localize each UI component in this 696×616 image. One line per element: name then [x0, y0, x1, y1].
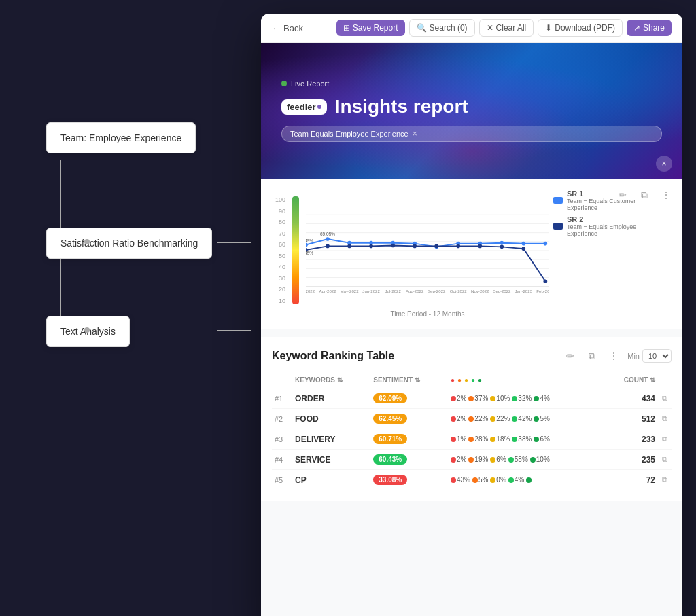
sentiment-badge-cell: 60.43%	[370, 450, 448, 470]
count-cell: 434	[603, 388, 658, 409]
y-axis-labels: 100 90 80 70 60 50 40 30 20 10	[272, 196, 285, 318]
col-count: Count ⇅	[603, 372, 658, 388]
sentiment-badge-cell: 62.09%	[370, 388, 448, 409]
keyword-rank: #1	[272, 388, 292, 409]
chart-more-button[interactable]: ⋮	[658, 187, 674, 203]
flow-right-connector-1	[218, 242, 251, 243]
svg-text:Feb-2023: Feb-2023	[536, 289, 549, 293]
keyword-rank: #5	[272, 470, 292, 490]
sentiment-pcts-cell: 2%37%10%32%4%	[448, 388, 603, 409]
hero-title-row: feedier Insights report	[281, 96, 662, 117]
sentiment-pcts-cell: 43%5%0%4%	[448, 470, 603, 490]
report-panel: ← Back ⊞ Save Report 🔍 Search (0) ✕ Clea…	[261, 14, 682, 616]
live-badge: Live Report	[281, 79, 662, 88]
download-button[interactable]: ⬇ Download (PDF)	[538, 19, 623, 37]
svg-point-24	[391, 244, 395, 248]
flowchart-panel: Team: Employee Experience Satisfaction R…	[14, 122, 265, 462]
count-cell: 512	[603, 409, 658, 429]
share-icon: ↗	[633, 23, 640, 33]
content-area[interactable]: SR 1 Team = Equals Customer Experience S…	[261, 179, 682, 616]
chip-close-icon[interactable]: ×	[413, 129, 417, 139]
flow-top-node[interactable]: Team: Employee Experience	[46, 122, 196, 153]
row-action-button[interactable]: ⧉	[658, 470, 672, 490]
row-action-button[interactable]: ⧉	[658, 429, 672, 450]
chart-copy-button[interactable]: ⧉	[636, 187, 652, 203]
keyword-name: ORDER	[292, 388, 370, 409]
keyword-name: FOOD	[292, 409, 370, 429]
legend-item-sr2: SR 2 Team = Equals Employee Experience	[553, 215, 648, 237]
svg-point-28	[478, 244, 482, 249]
svg-point-27	[456, 244, 460, 249]
col-keywords: KEYWORDS ⇅	[292, 372, 370, 388]
svg-text:57.49%: 57.49%	[306, 238, 313, 243]
chart-svg: 57.49% 69.05% 47.45% Mar-2022 Apr-2022 M…	[306, 196, 549, 305]
chart-edit-button[interactable]: ✏	[614, 187, 631, 203]
table-header: KEYWORDS ⇅ Sentiment ⇅ ● ● ● ● ●	[272, 372, 672, 388]
filter-chip[interactable]: Team Equals Employee Experience ×	[281, 126, 662, 142]
clear-icon: ✕	[487, 23, 493, 33]
toolbar-actions: ⊞ Save Report 🔍 Search (0) ✕ Clear All ⬇…	[336, 19, 672, 37]
col-rank	[272, 372, 292, 388]
svg-point-25	[413, 244, 417, 249]
share-button[interactable]: ↗ Share	[627, 20, 672, 36]
hero-overlay: Live Report feedier Insights report Team…	[261, 43, 682, 179]
table-more-button[interactable]: ⋮	[606, 348, 622, 364]
svg-text:Sep-2022: Sep-2022	[428, 289, 446, 293]
sentiment-badge: 62.09%	[373, 393, 407, 403]
table-title: Keyword Ranking Table	[272, 350, 394, 362]
search-button[interactable]: 🔍 Search (0)	[409, 19, 475, 37]
legend-color-sr2	[553, 223, 563, 230]
flow-branch1[interactable]: Satisfaction Ratio Benchmarking	[46, 228, 212, 259]
main-container: Team: Employee Experience Satisfaction R…	[14, 14, 682, 616]
row-action-button[interactable]: ⧉	[658, 450, 672, 470]
svg-point-21	[326, 244, 330, 249]
svg-point-23	[369, 244, 373, 249]
legend-desc-sr2: Team = Equals Employee Experience	[567, 223, 648, 237]
table-row: #4 SERVICE 60.43% 2%19%6%58%10% 235 ⧉	[272, 450, 672, 470]
keyword-rank: #4	[272, 450, 292, 470]
legend-color-sr1	[553, 197, 563, 204]
row-action-button[interactable]: ⧉	[658, 409, 672, 429]
sentiment-pcts-cell: 2%19%6%58%10%	[448, 450, 603, 470]
table-edit-button[interactable]: ✏	[562, 348, 578, 364]
keyword-name: SERVICE	[292, 450, 370, 470]
legend-label-sr2: SR 2	[567, 215, 648, 223]
svg-text:Apr-2022: Apr-2022	[319, 289, 336, 293]
svg-point-31	[544, 279, 548, 283]
sentiment-pcts-cell: 2%22%22%42%5%	[448, 409, 603, 429]
svg-text:May-2022: May-2022	[340, 289, 359, 293]
close-hero-button[interactable]: ×	[656, 156, 672, 172]
back-label: Back	[283, 23, 303, 33]
save-icon: ⊞	[343, 23, 350, 33]
row-action-button[interactable]: ⧉	[658, 388, 672, 409]
feedier-logo-dot	[317, 105, 321, 109]
svg-text:Mar-2022: Mar-2022	[306, 289, 315, 293]
save-report-button[interactable]: ⊞ Save Report	[336, 20, 405, 36]
sentiment-badge: 33.08%	[373, 475, 407, 485]
back-button[interactable]: ← Back	[272, 23, 303, 33]
flow-wrapper: Team: Employee Experience Satisfaction R…	[14, 122, 265, 462]
table-controls: ✏ ⧉ ⋮ Min 10 20 50	[562, 348, 672, 364]
sentiment-badge-cell: 33.08%	[370, 470, 448, 490]
search-icon: 🔍	[417, 23, 427, 33]
hero-section: Live Report feedier Insights report Team…	[261, 43, 682, 179]
svg-point-29	[500, 245, 504, 249]
svg-text:Nov-2022: Nov-2022	[471, 289, 489, 293]
min-select[interactable]: 10 20 50	[642, 349, 672, 363]
table-row: #5 CP 33.08% 43%5%0%4% 72 ⧉	[272, 470, 672, 490]
sentiment-badge: 60.71%	[373, 434, 407, 444]
count-cell: 72	[603, 470, 658, 490]
svg-point-9	[326, 237, 330, 241]
min-label: Min	[627, 352, 640, 360]
back-arrow-icon: ←	[272, 23, 281, 33]
table-copy-button[interactable]: ⧉	[584, 348, 600, 364]
keyword-rank: #3	[272, 429, 292, 450]
download-icon: ⬇	[545, 23, 552, 33]
clear-all-button[interactable]: ✕ Clear All	[479, 19, 534, 37]
keyword-rank: #2	[272, 409, 292, 429]
team-node: Team: Employee Experience	[46, 122, 196, 153]
count-cell: 233	[603, 429, 658, 450]
live-indicator	[281, 81, 287, 86]
table-row: #3 DELIVERY 60.71% 1%28%18%38%6% 233 ⧉	[272, 429, 672, 450]
color-scale-bar	[292, 196, 299, 304]
